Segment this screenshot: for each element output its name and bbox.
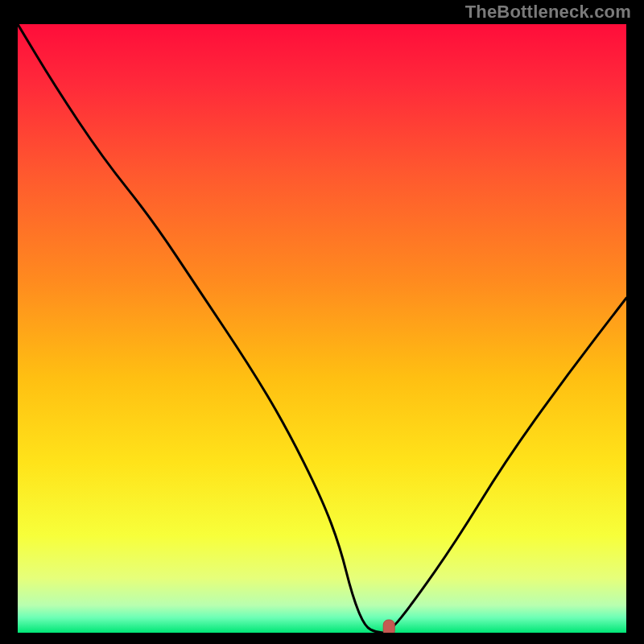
attribution-text: TheBottleneck.com — [465, 2, 631, 23]
chart-frame: TheBottleneck.com — [0, 0, 644, 644]
plot-area — [18, 24, 626, 633]
bottleneck-chart — [18, 24, 626, 633]
optimal-point-marker — [383, 620, 394, 633]
gradient-background — [18, 24, 626, 633]
